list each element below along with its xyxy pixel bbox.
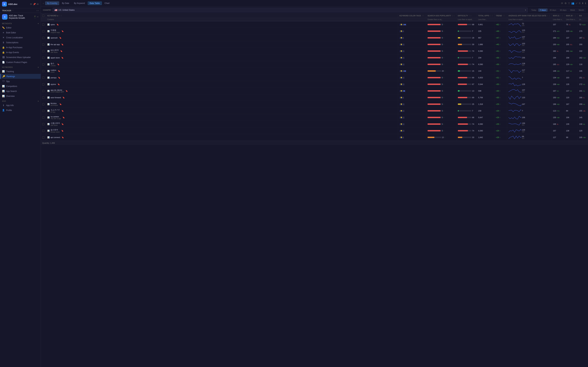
row-keyword[interactable]: 📊 spyine 🔖 <box>46 81 398 88</box>
table-row[interactable]: 📊 spyine 🔖 💡 5 ↑ 67 <box>41 81 588 88</box>
row-keyword[interactable]: 📊 ты шпион You are a spy 🔖 <box>46 114 398 121</box>
sidebar-item-profile[interactable]: 👤 Profile <box>0 108 41 113</box>
table-row[interactable]: 📊 openssh 🔖 💡1 5 ↑ 18 <box>41 34 588 41</box>
table-row[interactable]: 📊 spies 🔖 💡10 5 ↑ 68 <box>41 21 588 28</box>
row-keyword[interactable]: 📊 panspy 🔖 <box>46 74 398 81</box>
col-difficulty[interactable]: DIFFICULTY ⋮⋮ <box>456 14 477 18</box>
sidebar-item-screenshot-mass-uploader[interactable]: 🖼 Screenshot Mass Uploader <box>0 55 41 60</box>
avg-rank-filter[interactable]: ⋮⋮ <box>547 15 550 17</box>
phone-icon[interactable]: 📱 <box>34 16 36 18</box>
col-avg-rank[interactable]: AVERAGE APP RANK FOR SELECTED DATE ⋮⋮ <box>507 14 551 18</box>
row-checkbox[interactable] <box>41 134 46 141</box>
table-row[interactable]: 📊 슴스 Chicks 🔖 💡 5 ↑ 74 <box>41 61 588 68</box>
data-table-container[interactable]: KEYWORD ⊞ ⋮⋮ KEYWORD COLOR TAGS ⋮⋮ <box>41 14 588 367</box>
copy-icon[interactable]: ⎘ <box>579 2 580 5</box>
bookmark-icon[interactable]: 🔖 <box>61 130 64 132</box>
table-row[interactable]: 📊 슴스토어 Breast store 🔖 💡 5 ↑ 74 <box>41 127 588 134</box>
col-trend[interactable]: TREND ⋮⋮ <box>494 14 507 18</box>
aso-toggle[interactable]: ▾ <box>38 100 39 102</box>
settings-icon[interactable]: ⚙ <box>564 2 567 5</box>
row-checkbox[interactable] <box>41 94 46 101</box>
bookmark-icon[interactable]: 🔖 <box>61 123 64 125</box>
row-checkbox[interactable] <box>41 61 46 68</box>
row-checkbox[interactable] <box>41 74 46 81</box>
bookmark-icon[interactable]: 🔖 <box>60 50 63 52</box>
mail-icon[interactable]: ✉ <box>37 3 39 5</box>
row-keyword[interactable]: 📊 codere cover 🔖 <box>46 68 398 74</box>
row-checkbox[interactable] <box>41 21 46 28</box>
total-apps-filter[interactable]: ⋮⋮ <box>490 15 493 17</box>
color-tags-filter[interactable]: ⋮⋮ <box>421 15 425 17</box>
filter-icon[interactable]: ▽ <box>568 2 570 5</box>
table-row[interactable]: 📊 auto forward 🔖 💡1 5 ↑ 69 <box>41 94 588 101</box>
chevron-left-icon[interactable]: ‹ <box>37 9 37 12</box>
table-row[interactable]: 📊 the api app 🔖 💡 5 ↑ 30 <box>41 41 588 48</box>
bookmark-icon[interactable]: 🔖 <box>58 70 60 72</box>
period-30days[interactable]: 30 days <box>548 8 558 12</box>
row-checkbox[interactable] <box>41 68 46 74</box>
table-row[interactable]: 📊 지원앱 Support app 🔖 💡1 5 ↑ 7 <box>41 28 588 34</box>
sidebar-item-overview[interactable]: 📊 Overview <box>0 94 41 99</box>
bookmark-icon[interactable]: 🔖 <box>58 77 60 79</box>
row-checkbox[interactable] <box>41 88 46 94</box>
tab-by-date[interactable]: By Date <box>60 1 71 5</box>
table-row[interactable]: 📊 sm스토어 SM Store 🔖 💡 5 ↑ 74 <box>41 48 588 54</box>
select-all-checkbox[interactable] <box>42 15 44 17</box>
row-checkbox[interactable] <box>41 108 46 114</box>
bookmark-icon[interactable]: 🔖 <box>57 63 59 66</box>
refresh-icon[interactable]: ⟳ <box>561 2 563 5</box>
sidebar-item-in-app-events[interactable]: 🔒 In-App Events <box>0 50 41 55</box>
bookmark-icon[interactable]: 🔖 <box>61 57 64 59</box>
row-checkbox[interactable] <box>41 114 46 121</box>
table-row[interactable]: 📊 tècnica technique 🔖 💡 5 ↑ 25 <box>41 101 588 108</box>
bookmark-icon[interactable]: 🔖 <box>57 24 59 26</box>
country-select[interactable]: 🇺🇸 US: United States ▾ <box>53 8 528 12</box>
table-row[interactable]: 📊 app do cliente CUSTOMER APP 🔖 💡9 5 ↑ <box>41 88 588 94</box>
row-checkbox[interactable] <box>41 121 46 127</box>
trend-filter[interactable]: ⋮⋮ <box>502 15 506 17</box>
col-search-ads[interactable]: SEARCH ADS POPULARITY ⋮⋮ <box>426 14 456 18</box>
expand-icon[interactable]: ⤢ <box>576 2 578 5</box>
period-7days[interactable]: 7 days <box>538 8 547 12</box>
table-row[interactable]: 📊 ты шпион You are a spy 🔖 💡 5 ↑ <box>41 114 588 121</box>
sidebar-item-cross-localization[interactable]: ✕ Cross Localization <box>0 35 41 40</box>
search-ads-filter[interactable]: ⋮⋮ <box>452 15 455 17</box>
row-checkbox[interactable] <box>41 127 46 134</box>
history-icon[interactable]: ⟳ <box>30 3 32 5</box>
col-total-apps[interactable]: TOTAL APPS ⋮⋮ <box>477 14 494 18</box>
metadata-toggle[interactable]: ▾ <box>38 23 39 25</box>
row-keyword[interactable]: 📊 openssh 🔖 <box>46 34 398 41</box>
row-keyword[interactable]: 📊 エムスパイ M Spy 🔖 <box>46 108 398 114</box>
bookmark-icon[interactable]: 🔖 <box>62 97 65 99</box>
sidebar-item-tracking[interactable]: 📊 Tracking <box>0 69 41 74</box>
users-icon[interactable]: 👥 <box>571 2 574 5</box>
pin-icon[interactable]: 📌 <box>33 3 36 5</box>
info-icon[interactable]: ℹ <box>585 2 586 5</box>
row-keyword[interactable]: 📊 슴스 Chicks 🔖 <box>46 61 398 68</box>
app-item[interactable]: A ASO.dev: Track Keywords Growth 📱 ✏ <box>0 13 41 21</box>
table-row[interactable]: 📊 panspy 🔖 💡 5 ↑ 69 <box>41 74 588 81</box>
chevron-right-icon[interactable]: › <box>38 9 39 12</box>
sidebar-item-app-info[interactable]: ℹ App Info <box>0 103 41 108</box>
difficulty-filter[interactable]: ⋮⋮ <box>469 15 472 17</box>
table-row[interactable]: 📊 エムスパイ M Spy 🔖 💡 5 ↑ 7 <box>41 108 588 114</box>
row-checkbox[interactable] <box>41 81 46 88</box>
bookmark-icon[interactable]: 🔖 <box>61 43 64 46</box>
sidebar-item-subscriptions[interactable]: $ Subscriptions <box>0 40 41 45</box>
sidebar-item-in-app-purchases[interactable]: 🔒 In-App Purchases <box>0 45 41 50</box>
row-keyword[interactable]: 📊 appel store 🔖 <box>46 54 398 61</box>
keyword-filter-icon[interactable]: ⊞ <box>57 15 58 17</box>
col-keyword[interactable]: KEYWORD ⊞ ⋮⋮ <box>46 14 398 18</box>
edit-icon[interactable]: ✏ <box>37 16 39 18</box>
table-row[interactable]: 📊 스엠스토어 SM Store 🔖 💡 5 ↑ 74 <box>41 121 588 127</box>
bookmark-icon[interactable]: 🔖 <box>57 83 60 85</box>
col-mar21[interactable]: MAR 21 ⋮⋮ <box>551 14 564 18</box>
row-keyword[interactable]: 📊 the api app 🔖 <box>46 41 398 48</box>
period-today[interactable]: Today <box>530 8 538 12</box>
sidebar-item-bulk-editor[interactable]: ≡ Bulk Editor <box>0 30 41 35</box>
sidebar-item-spy[interactable]: 🛡 Spy <box>0 79 41 84</box>
row-keyword[interactable]: 📊 슴스토어 Breast store 🔖 <box>46 127 398 134</box>
bookmark-icon[interactable]: 🔖 <box>61 30 64 32</box>
mar21-filter[interactable]: ⋮⋮ <box>560 15 563 17</box>
row-checkbox[interactable] <box>41 28 46 34</box>
